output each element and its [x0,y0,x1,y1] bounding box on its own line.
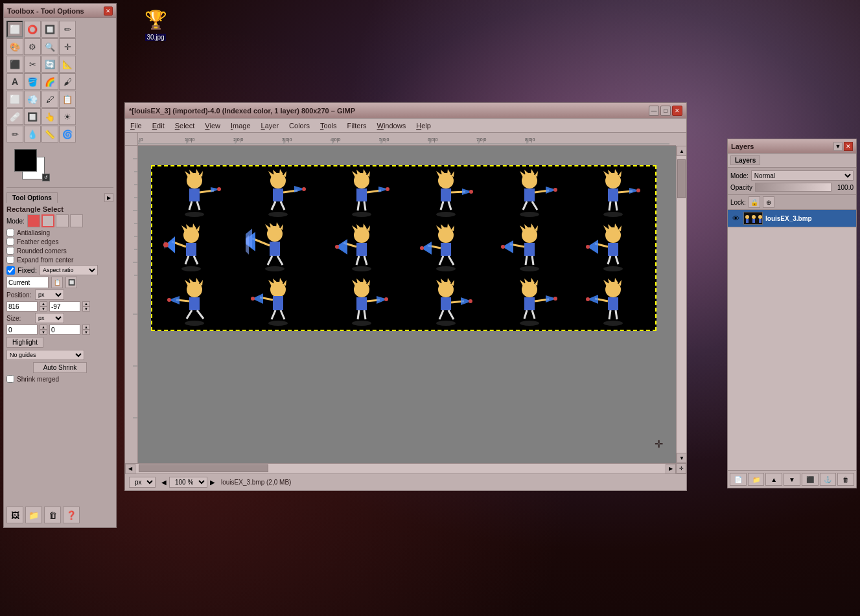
layers-config-button[interactable]: ▼ [833,142,843,151]
vertical-scrollbar[interactable]: ▲ ▼ [676,146,686,463]
open-folder-button[interactable]: 📁 [25,507,42,523]
pencil-tool[interactable]: ✏ [59,21,76,38]
size-unit-dropdown[interactable]: px [35,313,64,323]
tool-options-tab[interactable]: Tool Options [6,192,58,203]
text-tool[interactable]: A [6,73,23,90]
eraser-tool[interactable]: ⬜ [6,91,23,108]
highlight-button[interactable]: Highlight [6,337,43,348]
dodge-tool[interactable]: ☀ [59,108,76,125]
perspective-tool[interactable]: 🔲 [24,108,41,125]
cfg-tool[interactable]: ⚙ [24,38,41,55]
new-image-button[interactable]: 🖼 [6,507,23,523]
menu-file[interactable]: File [128,121,145,130]
menu-view[interactable]: View [202,121,223,130]
antialiasing-checkbox[interactable] [6,229,14,236]
mode-intersect-button[interactable] [70,214,83,227]
new-layer-button[interactable]: 📁 [748,473,765,486]
v-scroll-thumb[interactable] [677,159,686,198]
align-tool[interactable]: ⬛ [6,56,23,73]
clone-tool[interactable]: 📋 [59,91,76,108]
lasso-tool[interactable]: 🔲 [41,21,58,38]
color-reset-button[interactable]: ↺ [42,174,50,181]
mode-add-button[interactable] [41,214,54,227]
anchor-layer-button[interactable]: ⚓ [820,473,837,486]
menu-help[interactable]: Help [413,121,434,130]
menu-windows[interactable]: Windows [375,121,409,130]
zoom-tool[interactable]: 🔍 [41,38,58,55]
crop-tool[interactable]: ✂ [24,56,41,73]
measure-tool[interactable]: 📏 [41,126,58,143]
new-layer-from-visible-button[interactable]: 📄 [730,473,747,486]
raise-layer-button[interactable]: ▲ [765,473,782,486]
close-button[interactable]: ✕ [672,106,682,116]
shrink-merged-checkbox[interactable] [6,375,14,383]
position-x-input[interactable] [6,301,38,312]
scroll-right-arrow[interactable]: ▶ [666,464,676,474]
size-h-input[interactable] [49,325,80,335]
menu-filters[interactable]: Filters [345,121,369,130]
paintbrush-tool[interactable]: 🖌 [59,73,76,90]
fixed-dropdown[interactable]: Aspect ratio [40,265,98,275]
heal-tool[interactable]: 🩹 [6,108,23,125]
warp-tool[interactable]: 🌀 [59,126,76,143]
maximize-button[interactable]: □ [660,106,671,116]
position-unit-dropdown[interactable]: px [35,290,64,300]
guides-dropdown[interactable]: No guides [6,350,84,360]
menu-colors[interactable]: Colors [286,121,312,130]
layers-tab[interactable]: Layers [730,155,760,165]
layers-opacity-slider[interactable] [755,183,831,192]
color-swatch-tool[interactable]: 🎨 [6,38,23,55]
current-icon-btn-2[interactable]: 🔲 [65,277,77,288]
toolbox-close-button[interactable]: ✕ [104,6,113,16]
canvas-crosshair-icon[interactable]: ✛ [655,438,663,450]
current-icon-btn-1[interactable]: 📋 [51,277,63,288]
move-tool[interactable]: ✛ [59,38,76,55]
airbrush-tool[interactable]: 💨 [24,91,41,108]
menu-select[interactable]: Select [172,121,198,130]
color-picker-tool[interactable]: 💧 [24,126,41,143]
layer-visibility-icon[interactable]: 👁 [730,213,741,223]
layers-mode-select[interactable]: Normal [751,170,854,181]
lock-position-button[interactable]: ⊕ [763,196,774,208]
size-w-input[interactable] [6,325,38,335]
rounded-corners-checkbox[interactable] [6,247,14,255]
scale-tool[interactable]: 📐 [59,56,76,73]
duplicate-layer-button[interactable]: ⬛ [802,473,819,486]
expand-options-button[interactable]: ▶ [104,193,113,202]
rotate-tool[interactable]: 🔄 [41,56,58,73]
menu-edit[interactable]: Edit [150,121,167,130]
delete-button[interactable]: 🗑 [44,507,61,523]
main-scroll-area[interactable]: ✛ [138,146,676,463]
horizontal-scrollbar[interactable]: ◀ ▶ [125,463,676,473]
current-input[interactable] [6,277,49,288]
position-y-spinner[interactable]: ▲ ▼ [82,301,90,312]
size-w-spinner[interactable]: ▲ ▼ [40,325,47,335]
fixed-checkbox[interactable] [6,266,15,275]
help-button[interactable]: ❓ [63,507,80,523]
zoom-in-icon[interactable]: ▶ [208,478,217,487]
layer-item[interactable]: 👁 louisEX_3.bmp [728,210,856,227]
rect-select-tool[interactable]: ⬜ [6,21,23,38]
mode-replace-button[interactable] [27,214,40,227]
scroll-left-arrow[interactable]: ◀ [125,464,135,474]
smudge-tool[interactable]: 👆 [41,108,58,125]
lock-pixels-button[interactable]: 🔒 [749,196,760,208]
position-x-spinner[interactable]: ▲ ▼ [40,301,47,312]
h-scroll-thumb[interactable] [139,464,268,472]
zoom-dropdown[interactable]: 100 % [169,477,207,488]
mode-subtract-button[interactable] [56,214,69,227]
ellipse-select-tool[interactable]: ⭕ [24,21,41,38]
layers-close-button[interactable]: ✕ [844,142,853,151]
desktop-icon[interactable]: 🏆 30.jpg [143,6,169,41]
lower-layer-button[interactable]: ▼ [784,473,800,486]
scroll-up-arrow[interactable]: ▲ [677,146,686,156]
foreground-color-swatch[interactable] [14,149,37,172]
menu-layer[interactable]: Layer [259,121,282,130]
position-y-input[interactable] [49,301,80,312]
unit-dropdown[interactable]: px [129,477,156,488]
minimize-button[interactable]: — [649,106,659,116]
expand-from-center-checkbox[interactable] [6,256,14,264]
ink-tool[interactable]: 🖊 [41,91,58,108]
zoom-out-icon[interactable]: ◀ [159,478,169,487]
feather-edges-checkbox[interactable] [6,238,14,245]
